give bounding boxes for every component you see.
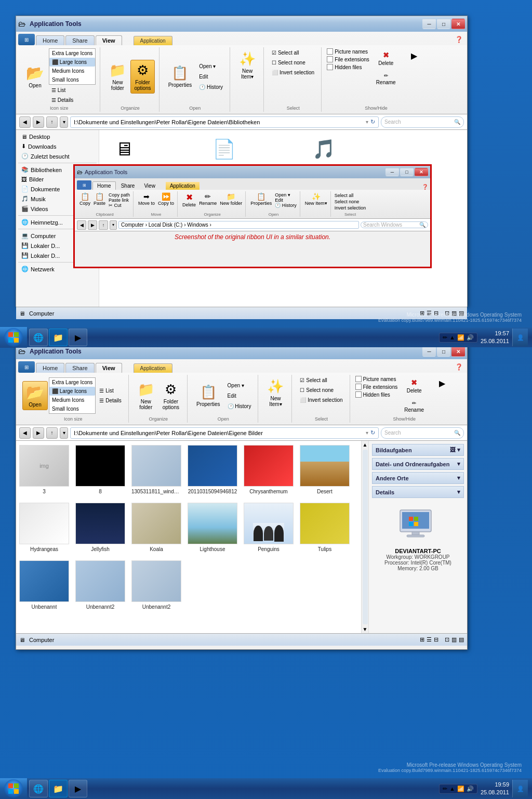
properties-button-top[interactable]: 📋 Properties — [165, 62, 196, 90]
select-all-button-top[interactable]: ☑ Select all — [269, 48, 317, 57]
address-dropdown-bottom[interactable]: ▾ — [366, 430, 368, 436]
paste-button-inner[interactable]: 📋 Paste — [92, 191, 107, 212]
show-desktop-btn-bottom[interactable]: 👤 — [512, 780, 528, 797]
tab-application-bottom[interactable]: Application — [134, 363, 172, 373]
details-bottom[interactable]: ☰ Details — [97, 396, 124, 405]
sidebar-item-recent-top[interactable]: 🕐 Zuletzt besucht — [18, 151, 97, 161]
select-all-button-bottom[interactable]: ☑ Select all — [297, 376, 345, 385]
history-button-bottom[interactable]: 🕐 History — [225, 402, 254, 411]
file-ext-check-top[interactable]: File extensions — [327, 56, 369, 62]
medium-icons-top[interactable]: Medium Icons — [49, 67, 95, 75]
scroll-up-btn-bottom[interactable]: ▲ — [362, 441, 369, 449]
new-folder-button-inner[interactable]: 📁 New folder — [219, 191, 243, 212]
search-box-inner[interactable]: Search Windows 🔍 — [361, 221, 428, 228]
maximize-button-bottom[interactable]: □ — [437, 346, 450, 357]
file-item-8[interactable]: 8 — [74, 443, 126, 496]
tab-application-top[interactable]: Application — [134, 36, 172, 45]
delete-button-inner[interactable]: ✖ Delete — [181, 191, 197, 212]
hidden-files-check-top[interactable]: Hidden files — [327, 64, 369, 70]
edit-button-top[interactable]: Edit — [196, 72, 225, 81]
large-icons-bottom[interactable]: ⬛ Large Icons — [49, 387, 95, 396]
picture-names-checkbox-bottom[interactable] — [355, 376, 362, 382]
andere-header[interactable]: Andere Orte ▾ — [372, 472, 464, 484]
invert-selection-button-bottom[interactable]: ⬜ Invert selection — [297, 396, 345, 404]
extra-large-icons-bottom[interactable]: Extra Large Icons — [49, 378, 95, 387]
file-item-tulips[interactable]: Tulips — [299, 501, 351, 554]
quick-access-inner[interactable]: ⊞ — [77, 180, 91, 190]
address-path-inner[interactable]: Computer › Local Disk (C:) › Windows › — [118, 221, 359, 229]
tab-view-top[interactable]: View — [96, 35, 122, 45]
taskbar-explorer-btn-bottom[interactable]: 📁 — [49, 780, 68, 797]
medium-icons-bottom[interactable]: Medium Icons — [49, 396, 95, 404]
forward-button-top[interactable]: ▶ — [33, 116, 44, 128]
open-dropdown-inner[interactable]: Open ▾ — [275, 192, 297, 198]
more-button-bottom[interactable]: ▶ — [431, 376, 454, 391]
forward-button-inner[interactable]: ▶ — [88, 220, 97, 230]
details-header[interactable]: Details ▾ — [372, 486, 464, 498]
sidebar-item-desktop-top[interactable]: 🖥 Desktop — [18, 132, 97, 141]
start-orb-top[interactable] — [4, 328, 23, 347]
scrollbar-bottom[interactable]: ▲ ▼ — [361, 441, 368, 633]
rename-button-bottom[interactable]: ✏ Rename — [401, 398, 428, 415]
datei-header[interactable]: Datei- und Ordneraufgaben ▾ — [372, 458, 464, 470]
show-desktop-btn-top[interactable]: 👤 — [512, 329, 528, 346]
open-button-bottom[interactable]: 📂 Open — [22, 381, 48, 410]
tab-application-inner[interactable]: Application — [166, 182, 200, 190]
help-button-top[interactable]: ❓ — [453, 34, 465, 45]
view-btn2-bottom[interactable]: ☰ — [427, 636, 432, 643]
file-item-hydrangeas[interactable]: Hydrangeas — [18, 501, 70, 554]
folder-options-button-bottom[interactable]: ⚙ Folderoptions — [159, 379, 183, 413]
close-button-inner[interactable]: ✕ — [415, 168, 428, 176]
history-button-top[interactable]: 🕐 History — [196, 83, 225, 91]
file-item-koala[interactable]: Koala — [130, 501, 182, 554]
file-item-chrysanthemum[interactable]: Chrysanthemum — [243, 443, 295, 496]
close-button-top[interactable]: ✕ — [451, 19, 465, 29]
rename-button-inner[interactable]: ✏ Rename — [198, 191, 218, 212]
maximize-button-top[interactable]: □ — [437, 19, 450, 29]
file-item-2011[interactable]: 20110315094946812 — [187, 443, 238, 496]
taskbar-media-btn-top[interactable]: ▶ — [69, 329, 87, 346]
details-top[interactable]: ☰ Details — [49, 96, 96, 104]
bildaufgaben-header[interactable]: Bildaufgaben 🖼 ▾ — [372, 444, 464, 456]
view-btn1-bottom[interactable]: ⊞ — [420, 636, 424, 643]
tab-share-inner[interactable]: Share — [117, 182, 139, 190]
extra-large-icons-top[interactable]: Extra Large Icons — [49, 49, 95, 58]
edit-button-inner[interactable]: Edit — [275, 198, 297, 203]
quick-access-top[interactable]: ⊞ — [18, 34, 35, 45]
recent-icon-top[interactable]: ▾ — [60, 116, 68, 128]
help-icon-inner[interactable]: ❓ — [422, 184, 428, 190]
help-button-bottom[interactable]: ❓ — [453, 361, 465, 373]
invert-selection-button-inner[interactable]: Invert selection — [335, 205, 366, 211]
open-dropdown-bottom[interactable]: Open ▾ — [225, 381, 254, 390]
file-ext-checkbox-top[interactable] — [327, 56, 333, 62]
copy-path-button-inner[interactable]: Copy path — [109, 192, 130, 198]
clock-bottom[interactable]: 19:59 25.08.2011 — [481, 781, 509, 797]
file-item-jellyfish[interactable]: Jellyfish — [74, 501, 126, 554]
quick-access-bottom[interactable]: ⊞ — [18, 361, 35, 373]
view-btn6-bottom[interactable]: ▤ — [459, 636, 464, 643]
tab-share-top[interactable]: Share — [65, 35, 94, 45]
file-item-unbenannt2a[interactable]: Unbenannt2 — [74, 558, 126, 612]
tab-home-bottom[interactable]: Home — [36, 363, 64, 373]
tab-view-bottom[interactable]: View — [96, 363, 122, 373]
properties-button-inner[interactable]: 📋 Properties — [249, 191, 273, 212]
back-button-top[interactable]: ◀ — [19, 116, 31, 128]
file-item-unbenannt2b[interactable]: Unbenannt2 — [130, 558, 182, 612]
delete-button-top[interactable]: ✖ Delete — [373, 48, 400, 69]
minimize-button-bottom[interactable]: ─ — [422, 346, 436, 357]
new-item-button-bottom[interactable]: ✨ NewItem▾ — [263, 376, 287, 410]
new-folder-button-bottom[interactable]: 📁 Newfolder — [134, 379, 158, 413]
large-icons-top[interactable]: ⬛ Large Icons — [49, 58, 95, 67]
file-item-unbenannt[interactable]: Unbenannt — [18, 558, 70, 612]
search-box-top[interactable]: Search 🔍 — [381, 116, 464, 128]
scroll-down-btn-bottom[interactable]: ▼ — [362, 625, 369, 633]
history-button-inner[interactable]: 🕐 History — [275, 203, 297, 208]
start-button-top[interactable] — [0, 327, 27, 348]
paste-link-button-inner[interactable]: Paste link — [109, 198, 130, 203]
invert-selection-button-top[interactable]: ⬜ Invert selection — [269, 68, 317, 77]
tab-share-bottom[interactable]: Share — [65, 363, 94, 373]
file-ext-checkbox-bottom[interactable] — [355, 384, 362, 390]
sidebar-item-downloads-top[interactable]: ⬇ Downloads — [18, 141, 97, 151]
search-box-bottom[interactable]: Search 🔍 — [381, 427, 464, 439]
file-ext-check-bottom[interactable]: File extensions — [355, 384, 398, 390]
